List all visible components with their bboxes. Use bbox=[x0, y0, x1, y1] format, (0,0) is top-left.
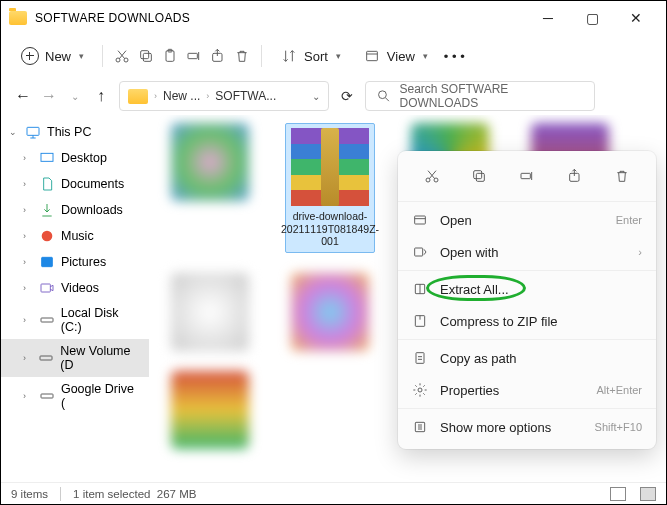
svg-rect-22 bbox=[521, 173, 530, 178]
file-item[interactable] bbox=[285, 273, 375, 351]
view-button[interactable]: View ▾ bbox=[355, 43, 436, 69]
breadcrumb-seg[interactable]: SOFTWA... bbox=[215, 89, 276, 103]
tree-item-pictures[interactable]: ›Pictures bbox=[1, 249, 149, 275]
desktop-icon bbox=[39, 150, 55, 166]
tree-item-local-disk[interactable]: ›Local Disk (C:) bbox=[1, 301, 149, 339]
expander-icon[interactable]: › bbox=[23, 315, 33, 325]
svg-point-29 bbox=[418, 388, 422, 392]
forward-button[interactable]: → bbox=[41, 87, 57, 105]
details-view-button[interactable] bbox=[610, 487, 626, 501]
separator bbox=[398, 201, 656, 202]
svg-rect-25 bbox=[415, 248, 423, 256]
more-button[interactable]: • • • bbox=[442, 45, 467, 68]
ctx-compress[interactable]: Compress to ZIP file bbox=[398, 305, 656, 337]
more-options-icon bbox=[412, 419, 428, 435]
expander-icon[interactable]: › bbox=[23, 153, 33, 163]
breadcrumb[interactable]: › New ... › SOFTWA... ⌄ bbox=[119, 81, 329, 111]
copy-button[interactable] bbox=[137, 47, 155, 65]
recent-button[interactable]: ⌄ bbox=[67, 91, 83, 102]
search-input[interactable]: Search SOFTWARE DOWNLOADS bbox=[365, 81, 595, 111]
maximize-button[interactable]: ▢ bbox=[570, 4, 614, 32]
window-folder-icon bbox=[9, 11, 27, 25]
view-label: View bbox=[387, 49, 415, 64]
tree-item-new-volume[interactable]: ›New Volume (D bbox=[1, 339, 149, 377]
share-button[interactable] bbox=[209, 47, 227, 65]
svg-rect-15 bbox=[41, 318, 53, 322]
breadcrumb-seg[interactable]: New ... bbox=[163, 89, 200, 103]
expander-icon[interactable]: › bbox=[23, 205, 33, 215]
rename-button[interactable] bbox=[185, 47, 203, 65]
tree-root-this-pc[interactable]: ⌄ This PC bbox=[1, 119, 149, 145]
svg-rect-28 bbox=[416, 353, 424, 364]
sort-icon bbox=[280, 47, 298, 65]
menu-label: Extract All... bbox=[440, 282, 642, 297]
delete-button[interactable] bbox=[233, 47, 251, 65]
folder-icon bbox=[128, 89, 148, 104]
tree-item-videos[interactable]: ›Videos bbox=[1, 275, 149, 301]
tree-label: Downloads bbox=[61, 203, 123, 217]
file-item[interactable] bbox=[165, 273, 255, 351]
nav-row: ← → ⌄ ↑ › New ... › SOFTWA... ⌄ ⟳ Search… bbox=[1, 77, 666, 115]
expander-icon[interactable]: › bbox=[23, 257, 33, 267]
tree-label: Documents bbox=[61, 177, 124, 191]
search-icon bbox=[376, 88, 391, 104]
zip-icon bbox=[412, 313, 428, 329]
ctx-delete-button[interactable] bbox=[608, 163, 636, 189]
ctx-open[interactable]: Open Enter bbox=[398, 204, 656, 236]
ctx-properties[interactable]: Properties Alt+Enter bbox=[398, 374, 656, 406]
new-button[interactable]: New ▾ bbox=[13, 43, 92, 69]
sort-label: Sort bbox=[304, 49, 328, 64]
separator bbox=[398, 339, 656, 340]
expander-icon[interactable]: ⌄ bbox=[9, 127, 19, 137]
back-button[interactable]: ← bbox=[15, 87, 31, 105]
refresh-button[interactable]: ⟳ bbox=[339, 88, 355, 104]
tree-item-google-drive[interactable]: ›Google Drive ( bbox=[1, 377, 149, 415]
up-button[interactable]: ↑ bbox=[93, 87, 109, 105]
sort-button[interactable]: Sort ▾ bbox=[272, 43, 349, 69]
chevron-down-icon: ▾ bbox=[79, 51, 84, 61]
chevron-down-icon[interactable]: ⌄ bbox=[312, 91, 320, 102]
ctx-more-options[interactable]: Show more options Shift+F10 bbox=[398, 411, 656, 443]
minimize-button[interactable]: ─ bbox=[526, 4, 570, 32]
tree-item-desktop[interactable]: ›Desktop bbox=[1, 145, 149, 171]
tree-item-downloads[interactable]: ›Downloads bbox=[1, 197, 149, 223]
menu-accel: Enter bbox=[616, 214, 642, 226]
documents-icon bbox=[39, 176, 55, 192]
expander-icon[interactable]: › bbox=[23, 179, 33, 189]
ctx-share-button[interactable] bbox=[561, 163, 589, 189]
close-button[interactable]: ✕ bbox=[614, 4, 658, 32]
svg-rect-2 bbox=[143, 53, 151, 61]
chevron-down-icon: ▾ bbox=[423, 51, 428, 61]
expander-icon[interactable]: › bbox=[23, 283, 33, 293]
status-bar: 9 items 1 item selected 267 MB bbox=[1, 482, 666, 504]
ctx-copy-button[interactable] bbox=[465, 163, 493, 189]
expander-icon[interactable]: › bbox=[23, 391, 33, 401]
ctx-copy-path[interactable]: Copy as path bbox=[398, 342, 656, 374]
menu-label: Open bbox=[440, 213, 604, 228]
menu-label: Compress to ZIP file bbox=[440, 314, 642, 329]
ctx-extract-all[interactable]: Extract All... bbox=[398, 273, 656, 305]
file-item[interactable] bbox=[165, 123, 255, 253]
paste-button[interactable] bbox=[161, 47, 179, 65]
tree-label: Videos bbox=[61, 281, 99, 295]
ctx-open-with[interactable]: Open with › bbox=[398, 236, 656, 268]
downloads-icon bbox=[39, 202, 55, 218]
separator bbox=[398, 408, 656, 409]
tree-item-music[interactable]: ›Music bbox=[1, 223, 149, 249]
extract-icon bbox=[412, 281, 428, 297]
tree-item-documents[interactable]: ›Documents bbox=[1, 171, 149, 197]
expander-icon[interactable]: › bbox=[23, 353, 32, 363]
drive-icon bbox=[39, 388, 55, 404]
title-bar: SOFTWARE DOWNLOADS ─ ▢ ✕ bbox=[1, 1, 666, 35]
large-icons-view-button[interactable] bbox=[640, 487, 656, 501]
cut-button[interactable] bbox=[113, 47, 131, 65]
menu-label: Properties bbox=[440, 383, 584, 398]
expander-icon[interactable]: › bbox=[23, 231, 33, 241]
context-menu: Open Enter Open with › Extract All... Co… bbox=[398, 151, 656, 449]
chevron-right-icon: › bbox=[206, 91, 209, 101]
ctx-cut-button[interactable] bbox=[418, 163, 446, 189]
ctx-rename-button[interactable] bbox=[513, 163, 541, 189]
file-item-selected[interactable]: drive-download-20211119T081849Z-001 bbox=[285, 123, 375, 253]
file-item[interactable] bbox=[165, 371, 255, 449]
svg-rect-13 bbox=[42, 257, 53, 266]
